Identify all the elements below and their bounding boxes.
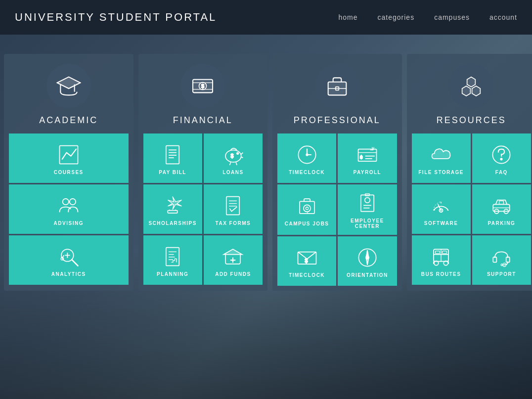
tile-support[interactable]: SUPPORT bbox=[472, 235, 531, 285]
tile-employee-center[interactable]: EMPLOYEE CENTER bbox=[338, 184, 397, 235]
svg-point-53 bbox=[306, 207, 308, 209]
svg-line-23 bbox=[241, 157, 243, 158]
chart-line-icon bbox=[58, 144, 80, 166]
tile-timeclock2-label: TIMECLOCK bbox=[289, 272, 325, 278]
svg-point-45 bbox=[306, 154, 308, 156]
professional-tiles: TIMECLOCK $ PAYROLL bbox=[277, 133, 397, 286]
tile-pay-bill-label: PAY BILL bbox=[159, 170, 186, 175]
tile-payroll[interactable]: $ PAYROLL bbox=[338, 133, 397, 183]
tile-planning[interactable]: PLANNING bbox=[143, 235, 202, 285]
tile-loans[interactable]: $ LOANS bbox=[204, 133, 263, 183]
resources-tiles: FILE STORAGE FAQ bbox=[412, 133, 532, 285]
tile-file-storage[interactable]: FILE STORAGE bbox=[412, 133, 471, 183]
tile-orientation[interactable]: ORIENTATION bbox=[338, 236, 397, 286]
svg-rect-28 bbox=[226, 196, 239, 215]
tile-file-storage-label: FILE STORAGE bbox=[418, 170, 464, 175]
tile-tax-forms[interactable]: TAX FORMS bbox=[204, 184, 263, 234]
tile-support-label: SUPPORT bbox=[487, 271, 516, 277]
add-funds-icon bbox=[222, 246, 244, 267]
professional-title: PROFESSIONAL bbox=[294, 115, 381, 126]
car-icon bbox=[490, 195, 512, 217]
tile-courses-label: COURSES bbox=[54, 170, 84, 175]
tile-tax-forms-label: TAX FORMS bbox=[216, 221, 251, 226]
briefcase-icon bbox=[325, 74, 350, 98]
category-resources: RESOURCES FILE STORAGE bbox=[407, 54, 532, 291]
tile-timeclock[interactable]: TIMECLOCK bbox=[277, 133, 336, 183]
category-academic: ACADEMIC COURSES bbox=[4, 54, 133, 291]
resources-icon-circle bbox=[449, 64, 493, 108]
tile-parking-label: PARKING bbox=[488, 221, 515, 226]
nav-campuses[interactable]: campuses bbox=[434, 13, 470, 21]
tile-bus-routes[interactable]: BUS ROUTES bbox=[412, 235, 471, 285]
nav-home[interactable]: home bbox=[339, 13, 358, 21]
tile-parking[interactable]: PARKING bbox=[472, 184, 531, 234]
svg-rect-25 bbox=[168, 210, 177, 213]
compass-icon bbox=[356, 247, 378, 268]
users-icon bbox=[58, 195, 80, 217]
svg-marker-64 bbox=[366, 250, 368, 258]
payroll-icon: $ bbox=[356, 144, 378, 166]
financial-icon-circle: $ bbox=[180, 64, 225, 108]
tile-pay-bill[interactable]: PAY BILL bbox=[143, 133, 202, 183]
page: UNIVERSITY STUDENT PORTAL home categorie… bbox=[0, 0, 532, 399]
tile-scholarships[interactable]: SCHOLARSHIPS bbox=[143, 184, 202, 234]
tile-add-funds[interactable]: ADD FUNDS bbox=[204, 235, 263, 285]
bus-icon bbox=[430, 246, 452, 267]
tile-orientation-label: ORIENTATION bbox=[347, 272, 388, 278]
nav-links: home categories campuses account bbox=[339, 13, 517, 21]
svg-rect-84 bbox=[443, 251, 447, 253]
svg-point-3 bbox=[70, 198, 76, 204]
svg-rect-83 bbox=[436, 251, 440, 253]
bill-icon bbox=[162, 144, 183, 166]
professional-icon-circle bbox=[315, 64, 359, 108]
question-icon bbox=[490, 144, 512, 166]
tile-employee-center-label: EMPLOYEE CENTER bbox=[342, 218, 393, 229]
svg-text:$: $ bbox=[360, 154, 363, 159]
svg-text:$: $ bbox=[201, 83, 205, 89]
nav-categories[interactable]: categories bbox=[378, 13, 415, 21]
planning-icon bbox=[162, 246, 183, 267]
svg-marker-65 bbox=[366, 258, 368, 265]
tile-add-funds-label: ADD FUNDS bbox=[215, 271, 251, 277]
tile-advising-label: ADVISING bbox=[54, 221, 84, 226]
tile-campus-jobs[interactable]: CAMPUS JOBS bbox=[277, 184, 336, 235]
svg-point-21 bbox=[237, 152, 239, 154]
tile-software-label: SOFTWARE bbox=[424, 221, 458, 226]
envelope-money-icon: $ bbox=[296, 247, 318, 268]
financial-title: FINANCIAL bbox=[173, 115, 233, 126]
tax-forms-icon bbox=[222, 195, 244, 217]
tile-timeclock2[interactable]: $ TIMECLOCK bbox=[277, 236, 336, 286]
tile-courses[interactable]: COURSES bbox=[9, 133, 129, 183]
academic-title: ACADEMIC bbox=[39, 115, 98, 126]
tile-planning-label: PLANNING bbox=[157, 271, 188, 277]
tile-software[interactable]: SOFTWARE bbox=[412, 184, 471, 234]
analytics-icon bbox=[58, 246, 80, 267]
financial-tiles: PAY BILL $ LOANS bbox=[143, 133, 263, 285]
tile-loans-label: LOANS bbox=[222, 170, 244, 175]
headset-icon bbox=[490, 246, 512, 267]
svg-marker-67 bbox=[462, 86, 471, 96]
nav-account[interactable]: account bbox=[489, 13, 517, 21]
speedometer-icon bbox=[430, 195, 452, 217]
navigation: UNIVERSITY STUDENT PORTAL home categorie… bbox=[0, 0, 532, 35]
category-financial: $ FINANCIAL bbox=[138, 54, 268, 291]
tile-advising[interactable]: ADVISING bbox=[9, 184, 129, 234]
svg-marker-68 bbox=[472, 86, 481, 96]
svg-point-52 bbox=[304, 205, 310, 212]
svg-marker-66 bbox=[467, 77, 476, 87]
svg-rect-80 bbox=[499, 201, 504, 204]
svg-rect-32 bbox=[166, 247, 179, 266]
tile-analytics-label: ANALYTICS bbox=[51, 271, 86, 277]
svg-line-5 bbox=[72, 260, 78, 266]
cloud-icon bbox=[430, 144, 452, 166]
money-icon: $ bbox=[190, 74, 215, 98]
tile-campus-jobs-label: CAMPUS JOBS bbox=[285, 221, 329, 226]
tile-faq[interactable]: FAQ bbox=[472, 133, 531, 183]
svg-point-56 bbox=[365, 198, 370, 203]
svg-text:$: $ bbox=[305, 257, 308, 263]
tile-bus-routes-label: BUS ROUTES bbox=[421, 271, 461, 277]
category-professional: PROFESSIONAL TIMECLOCK bbox=[272, 54, 402, 291]
tile-analytics[interactable]: ANALYTICS bbox=[9, 235, 129, 285]
scholarships-icon bbox=[162, 195, 183, 217]
campus-jobs-icon bbox=[296, 195, 318, 217]
